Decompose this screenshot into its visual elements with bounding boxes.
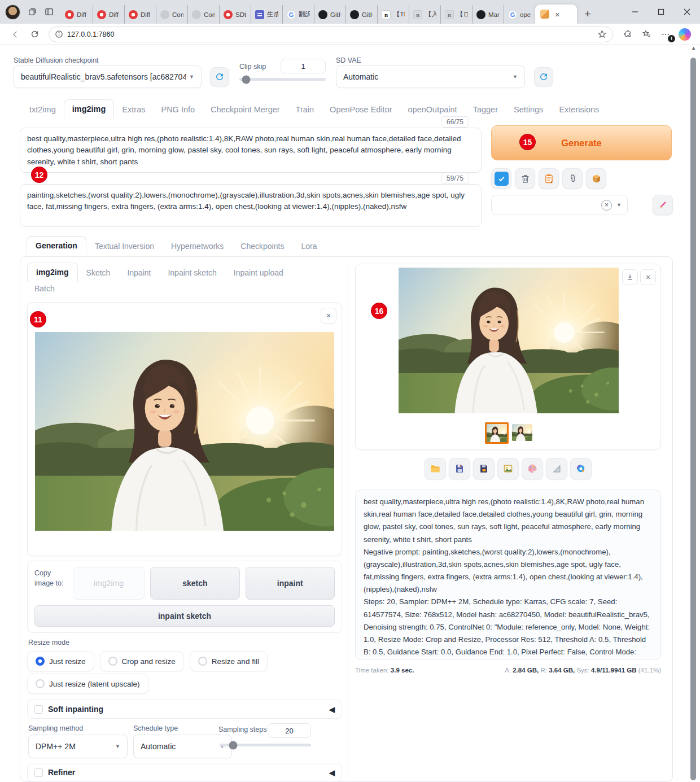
maximize-button[interactable] xyxy=(648,0,674,24)
browser-tab[interactable]: Con xyxy=(156,5,187,24)
copy-to-sketch-button[interactable]: sketch xyxy=(150,567,239,600)
tab-txt2img[interactable]: txt2img xyxy=(21,101,64,119)
tab-checkpoints[interactable]: Checkpoints xyxy=(232,237,292,255)
clear-styles-icon[interactable]: × xyxy=(601,200,612,211)
styles-dropdown[interactable]: × ▼ xyxy=(491,195,628,215)
tab-img2img-mode[interactable]: img2img xyxy=(27,263,78,282)
tab-batch[interactable]: Batch xyxy=(34,284,55,293)
browser-tab[interactable]: Diff xyxy=(124,5,156,24)
profile-avatar[interactable] xyxy=(5,5,20,20)
soft-inpainting-section[interactable]: Soft inpainting ◀ xyxy=(27,700,342,719)
tab-generation[interactable]: Generation xyxy=(27,236,86,255)
refresh-icon[interactable] xyxy=(26,26,43,43)
source-image-panel[interactable]: × xyxy=(27,302,342,556)
vertical-tabs-icon[interactable] xyxy=(42,5,56,19)
copy-to-inpaint-sketch-button[interactable]: inpaint sketch xyxy=(34,605,335,627)
sampling-steps-value[interactable]: 20 xyxy=(268,723,311,738)
save-zip-button[interactable] xyxy=(473,458,495,479)
tab-inpaint-sketch[interactable]: Inpaint sketch xyxy=(159,264,225,282)
refresh-vae-button[interactable] xyxy=(534,67,553,86)
slider-thumb[interactable] xyxy=(229,741,238,749)
soft-inpainting-checkbox[interactable] xyxy=(34,705,43,714)
tab-settings[interactable]: Settings xyxy=(506,101,551,119)
scrollbar-thumb[interactable] xyxy=(690,58,696,780)
attach-button[interactable] xyxy=(562,168,583,189)
download-image-button[interactable] xyxy=(622,269,638,285)
tab-tagger[interactable]: Tagger xyxy=(465,101,506,119)
tab-lora[interactable]: Lora xyxy=(292,237,325,255)
copy-to-inpaint-button[interactable]: inpaint xyxy=(246,567,335,600)
save-image-button[interactable] xyxy=(449,458,470,479)
tab-checkpoint-merger[interactable]: Checkpoint Merger xyxy=(203,101,288,119)
more-menu-icon[interactable]: ! xyxy=(657,26,674,43)
browser-tab[interactable]: G翻訳 xyxy=(282,5,314,24)
apply-styles-button[interactable] xyxy=(539,168,559,189)
bookmark-star-icon[interactable] xyxy=(597,29,607,39)
collapse-arrow-icon[interactable]: ◀ xyxy=(329,768,335,777)
checkpoint-select[interactable]: beautifulRealistic_brav5.safetensors [ac… xyxy=(14,65,202,88)
thumbnail[interactable] xyxy=(512,424,532,441)
edit-styles-button[interactable] xyxy=(653,195,673,215)
refiner-checkbox[interactable] xyxy=(34,768,43,777)
schedule-type-select[interactable]: Automatic ▼ xyxy=(133,735,232,758)
radio-latent-upscale[interactable]: Just resize (latent upscale) xyxy=(27,674,148,694)
result-image[interactable] xyxy=(399,268,619,413)
tab-inpaint[interactable]: Inpaint xyxy=(119,264,159,282)
tab-img2img[interactable]: img2img xyxy=(64,99,115,119)
extensions-icon[interactable] xyxy=(619,26,636,43)
sampling-method-select[interactable]: DPM++ 2M ▼ xyxy=(28,735,128,758)
negative-prompt-input[interactable]: painting,sketches,(worst quality:2),lowe… xyxy=(20,184,482,227)
browser-tab-active[interactable]: × xyxy=(535,5,577,24)
sd-vae-select[interactable]: Automatic ▼ xyxy=(336,65,525,88)
browser-tab[interactable]: GitH xyxy=(314,5,345,24)
paste-params-button[interactable] xyxy=(491,168,511,189)
tab-openpose-editor[interactable]: OpenPose Editor xyxy=(322,101,400,119)
tab-png-info[interactable]: PNG Info xyxy=(153,101,203,119)
send-to-openoutpaint-button[interactable] xyxy=(570,458,592,479)
chevron-down-icon[interactable]: ▼ xyxy=(616,202,622,208)
open-folder-button[interactable] xyxy=(425,458,446,479)
prompt-input[interactable]: best quality,masterpiece,ultra high res,… xyxy=(20,128,482,173)
close-result-icon[interactable]: × xyxy=(640,269,656,285)
new-tab-button[interactable]: + xyxy=(580,7,595,21)
favorites-icon[interactable] xyxy=(638,26,655,43)
radio-just-resize[interactable]: Just resize xyxy=(27,651,94,671)
copilot-icon[interactable] xyxy=(676,26,693,43)
browser-tab[interactable]: n【TIP xyxy=(377,5,409,24)
refiner-section[interactable]: Refiner ◀ xyxy=(27,763,342,782)
send-to-inpaint-button[interactable] xyxy=(522,458,543,479)
slider-thumb[interactable] xyxy=(242,75,251,84)
clear-prompt-button[interactable] xyxy=(515,168,535,189)
site-info-icon[interactable] xyxy=(55,30,63,38)
close-window-button[interactable] xyxy=(674,0,700,24)
collapse-arrow-icon[interactable]: ◀ xyxy=(329,705,335,714)
radio-crop-and-resize[interactable]: Crop and resize xyxy=(100,651,184,671)
extra-networks-button[interactable] xyxy=(586,168,606,189)
browser-tab[interactable]: SDt xyxy=(219,5,251,24)
radio-resize-and-fill[interactable]: Resize and fill xyxy=(190,651,268,671)
refresh-checkpoints-button[interactable] xyxy=(210,67,229,86)
remove-image-icon[interactable]: × xyxy=(321,308,336,324)
tab-textual-inversion[interactable]: Textual Inversion xyxy=(86,237,163,255)
tab-hypernetworks[interactable]: Hypernetworks xyxy=(163,237,232,255)
browser-tab[interactable]: Diff xyxy=(61,5,93,24)
browser-tab[interactable]: Mar xyxy=(472,5,504,24)
tab-train[interactable]: Train xyxy=(288,101,322,119)
tab-extensions[interactable]: Extensions xyxy=(551,101,607,119)
back-icon[interactable] xyxy=(7,26,24,43)
tab-close-icon[interactable]: × xyxy=(555,10,560,19)
tab-group-icon[interactable] xyxy=(25,5,40,19)
clip-skip-value[interactable]: 1 xyxy=(281,59,326,73)
browser-tab[interactable]: Con xyxy=(187,5,219,24)
page-scrollbar[interactable]: ▲ xyxy=(690,45,697,782)
scroll-up-icon[interactable]: ▲ xyxy=(690,45,697,51)
send-to-img2img-button[interactable] xyxy=(546,458,567,479)
minimize-button[interactable] xyxy=(622,0,648,24)
send-to-extras-button[interactable] xyxy=(497,458,519,479)
browser-tab[interactable]: Gope xyxy=(504,5,535,24)
url-bar[interactable]: 127.0.0.1:7860 xyxy=(49,27,613,42)
browser-tab[interactable]: Diff xyxy=(93,5,124,24)
sampling-steps-slider[interactable] xyxy=(220,744,311,746)
browser-tab[interactable]: 生成 xyxy=(251,5,282,24)
browser-tab[interactable]: GitH xyxy=(345,5,377,24)
